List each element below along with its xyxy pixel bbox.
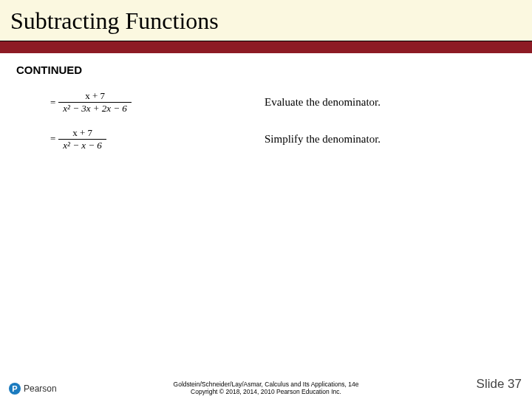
step-annotation: Simplify the denominator. bbox=[260, 133, 516, 146]
equals-sign: = bbox=[50, 97, 55, 109]
title-block: Subtracting Functions bbox=[0, 0, 532, 41]
step-row: = x + 7 x² − 3x + 2x − 6 Evaluate the de… bbox=[16, 91, 516, 115]
continued-label: CONTINUED bbox=[16, 64, 516, 76]
content-area: CONTINUED = x + 7 x² − 3x + 2x − 6 Evalu… bbox=[0, 53, 532, 399]
numerator: x + 7 bbox=[81, 91, 109, 102]
denominator: x² − 3x + 2x − 6 bbox=[58, 102, 132, 114]
slide: Subtracting Functions CONTINUED = x + 7 … bbox=[0, 0, 532, 399]
numerator: x + 7 bbox=[68, 128, 97, 139]
math-expression: = x + 7 x² − x − 6 bbox=[16, 128, 260, 151]
equals-sign: = bbox=[50, 133, 55, 145]
step-annotation: Evaluate the denominator. bbox=[260, 96, 516, 109]
step-row: = x + 7 x² − x − 6 Simplify the denomina… bbox=[16, 128, 516, 151]
accent-bar bbox=[0, 41, 532, 53]
copyright-line: Copyright © 2018, 2014, 2010 Pearson Edu… bbox=[0, 389, 532, 396]
footer: P Pearson Goldstein/Schneider/Lay/Asmar,… bbox=[0, 368, 532, 399]
slide-title: Subtracting Functions bbox=[10, 7, 522, 35]
math-expression: = x + 7 x² − 3x + 2x − 6 bbox=[16, 91, 260, 115]
credits: Goldstein/Schneider/Lay/Asmar, Calculus … bbox=[0, 381, 532, 396]
slide-number: Slide 37 bbox=[477, 377, 522, 392]
denominator: x² − x − 6 bbox=[58, 139, 106, 151]
fraction: x + 7 x² − x − 6 bbox=[58, 128, 106, 151]
fraction: x + 7 x² − 3x + 2x − 6 bbox=[58, 91, 132, 115]
